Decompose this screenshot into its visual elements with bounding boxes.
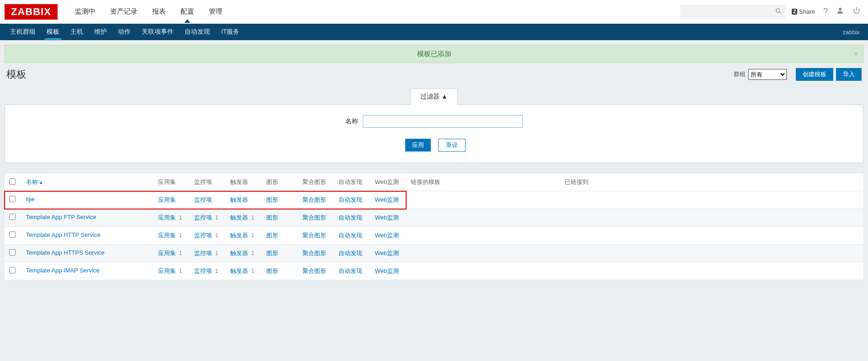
search-box[interactable]	[680, 5, 785, 19]
cell-link[interactable]: 聚合图形	[302, 250, 326, 256]
linked-to-cell	[560, 262, 863, 280]
cell-link[interactable]: 应用集	[158, 250, 176, 256]
table-header-row: 名称▲ 应用集 监控项 触发器 图形 聚合图形 自动发现 Web监测 链接的模板…	[5, 173, 863, 191]
power-icon[interactable]	[852, 6, 861, 17]
col-items: 监控项	[190, 173, 226, 191]
sub-nav-item[interactable]: 自动发现	[179, 24, 216, 40]
linked-to-cell	[560, 245, 863, 262]
create-template-button[interactable]: 创建模板	[796, 68, 833, 81]
cell-count: 1	[179, 215, 182, 221]
cell-link[interactable]: 触发器	[230, 267, 248, 274]
share-link[interactable]: Z Share	[792, 8, 815, 15]
cell-link[interactable]: 聚合图形	[302, 214, 326, 221]
sub-nav-item[interactable]: IT服务	[216, 24, 245, 40]
filter-apply-button[interactable]: 应用	[405, 139, 431, 152]
svg-point-0	[776, 9, 780, 12]
sub-nav-item[interactable]: 维护	[89, 24, 112, 40]
cell-link[interactable]: 监控项	[194, 232, 212, 239]
cell-link[interactable]: 图形	[266, 214, 278, 221]
filter-reset-button[interactable]: 重设	[438, 139, 466, 152]
sub-nav-item[interactable]: 主机群组	[5, 24, 41, 40]
topbar-right: Z Share ?	[792, 6, 863, 17]
sub-nav: 主机群组模板主机维护动作关联项事件自动发现IT服务 zabbix	[0, 24, 868, 40]
group-select[interactable]: 所有	[748, 69, 787, 80]
sub-nav-item[interactable]: 模板	[41, 24, 65, 40]
table-row: lijie应用集监控项触发器图形聚合图形自动发现Web监测	[5, 191, 863, 209]
cell-link[interactable]: Web监测	[375, 267, 399, 274]
search-icon[interactable]	[775, 8, 782, 16]
filter-toggle-tab[interactable]: 过滤器 ▲	[411, 89, 457, 105]
sub-nav-item[interactable]: 关联项事件	[136, 24, 179, 40]
sub-nav-item[interactable]: 主机	[65, 24, 89, 40]
svg-point-2	[839, 8, 842, 10]
cell-link[interactable]: 自动发现	[339, 250, 362, 256]
cell-link[interactable]: 触发器	[230, 196, 248, 203]
row-checkbox[interactable]	[9, 196, 16, 202]
sub-nav-item[interactable]: 动作	[112, 24, 136, 40]
table-row: Template App IMAP Service应用集 1监控项 1触发器 1…	[5, 262, 863, 280]
logo[interactable]: ZABBIX	[5, 4, 58, 20]
cell-link[interactable]: 监控项	[194, 267, 212, 274]
user-icon[interactable]	[836, 6, 844, 17]
cell-link[interactable]: 应用集	[158, 267, 176, 274]
cell-link[interactable]: 监控项	[194, 250, 212, 256]
row-checkbox[interactable]	[9, 249, 16, 256]
cell-link[interactable]: 聚合图形	[302, 196, 326, 203]
cell-link[interactable]: 自动发现	[339, 232, 362, 239]
col-name[interactable]: 名称	[26, 178, 38, 185]
cell-link[interactable]: 图形	[266, 267, 278, 274]
title-row: 模板 群组 所有 创建模板 导入	[0, 63, 868, 82]
cell-link[interactable]: Web监测	[375, 250, 399, 256]
main-nav-item[interactable]: 管理	[201, 1, 230, 22]
main-nav: 监测中资产记录报表配置管理	[68, 1, 680, 22]
main-nav-item[interactable]: 资产记录	[103, 1, 145, 22]
cell-link[interactable]: 图形	[266, 232, 278, 239]
cell-link[interactable]: 监控项	[194, 214, 212, 221]
row-checkbox[interactable]	[9, 267, 16, 273]
main-nav-item[interactable]: 配置	[173, 1, 201, 22]
filter-panel: 名称 应用 重设	[5, 105, 863, 163]
template-name-link[interactable]: Template App HTTP Service	[26, 231, 101, 238]
cell-link[interactable]: 自动发现	[339, 214, 362, 221]
cell-link[interactable]: 应用集	[158, 214, 176, 221]
cell-link[interactable]: 图形	[266, 196, 278, 203]
import-button[interactable]: 导入	[836, 68, 862, 81]
cell-link[interactable]: 聚合图形	[302, 232, 326, 239]
table-row: Template App FTP Service应用集 1监控项 1触发器 1图…	[5, 209, 863, 227]
template-name-link[interactable]: lijie	[26, 196, 35, 203]
cell-link[interactable]: 聚合图形	[302, 267, 326, 274]
template-name-link[interactable]: Template App FTP Service	[26, 214, 96, 220]
cell-link[interactable]: 自动发现	[339, 267, 362, 274]
cell-link[interactable]: 自动发现	[339, 196, 362, 203]
cell-link[interactable]: Web监测	[375, 232, 399, 239]
cell-count: 1	[179, 250, 182, 256]
cell-link[interactable]: Web监测	[375, 214, 399, 221]
cell-link[interactable]: 应用集	[158, 232, 176, 239]
col-triggers: 触发器	[226, 173, 262, 191]
templates-table: 名称▲ 应用集 监控项 触发器 图形 聚合图形 自动发现 Web监测 链接的模板…	[5, 173, 863, 280]
cell-link[interactable]: 应用集	[158, 196, 176, 203]
cell-link[interactable]: 触发器	[230, 232, 248, 239]
cell-count: 1	[179, 268, 182, 274]
linked-to-cell	[560, 191, 863, 209]
filter-name-input[interactable]	[363, 115, 523, 128]
cell-count: 1	[215, 232, 218, 239]
template-name-link[interactable]: Template App IMAP Service	[26, 267, 100, 274]
help-icon[interactable]: ?	[823, 7, 828, 16]
cell-link[interactable]: 监控项	[194, 196, 212, 203]
cell-link[interactable]: 触发器	[230, 214, 248, 221]
top-bar: ZABBIX 监测中资产记录报表配置管理 Z Share ?	[0, 0, 868, 24]
row-checkbox[interactable]	[9, 231, 16, 238]
cell-link[interactable]: 触发器	[230, 250, 248, 256]
cell-link[interactable]: Web监测	[375, 196, 399, 203]
search-input[interactable]	[684, 8, 775, 15]
row-checkbox[interactable]	[9, 214, 16, 220]
z-badge-icon: Z	[792, 9, 797, 15]
main-nav-item[interactable]: 报表	[145, 1, 173, 22]
select-all-checkbox[interactable]	[9, 178, 16, 185]
cell-link[interactable]: 图形	[266, 250, 278, 256]
linked-to-cell	[560, 209, 863, 227]
main-nav-item[interactable]: 监测中	[68, 1, 103, 22]
template-name-link[interactable]: Template App HTTPS Service	[26, 249, 105, 256]
close-icon[interactable]: ×	[853, 49, 858, 59]
